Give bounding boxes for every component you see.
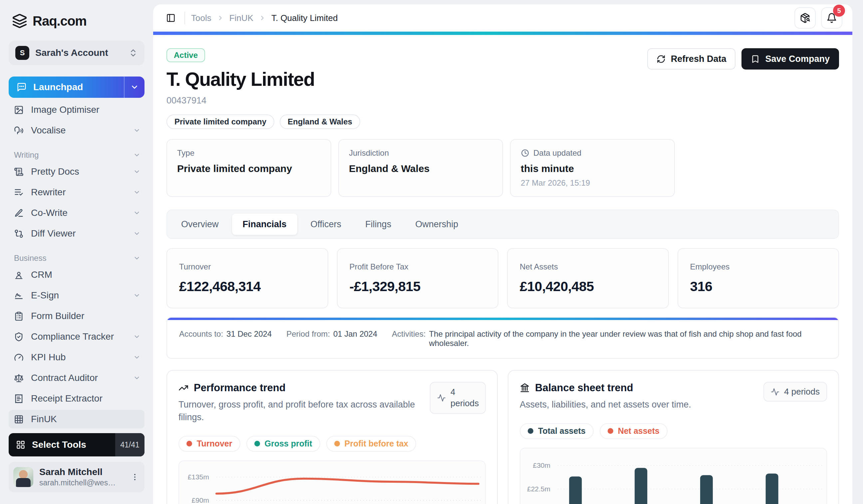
launchpad-button[interactable]: Launchpad bbox=[9, 77, 145, 98]
message-square-icon bbox=[17, 82, 27, 92]
info-card-grid: Type Private limited company Jurisdictio… bbox=[166, 139, 839, 197]
select-tools-label: Select Tools bbox=[32, 439, 86, 450]
sidebar-item-vocalise[interactable]: Vocalise bbox=[9, 121, 145, 140]
chevrons-up-down-icon bbox=[128, 48, 138, 57]
chart-subtitle: Turnover, gross profit, and profit befor… bbox=[178, 399, 418, 424]
account-switcher[interactable]: S Sarah's Account bbox=[9, 41, 145, 65]
metric-label: Employees bbox=[690, 262, 827, 271]
activity-icon bbox=[437, 393, 446, 402]
accounts-value: 01 Jan 2024 bbox=[333, 329, 377, 339]
legend-gross-profit[interactable]: Gross profit bbox=[246, 436, 320, 452]
sidebar-item-finuk[interactable]: FinUK bbox=[9, 410, 145, 428]
launchpad-main[interactable]: Launchpad bbox=[9, 77, 124, 98]
chevron-down-icon bbox=[133, 374, 140, 382]
legend-dot bbox=[186, 441, 192, 447]
user-menu-button[interactable] bbox=[130, 473, 140, 481]
accounts-value: 31 Dec 2024 bbox=[226, 329, 272, 339]
type-info-card: Type Private limited company bbox=[166, 139, 331, 197]
refresh-data-button[interactable]: Refresh Data bbox=[647, 48, 736, 69]
tab-officers[interactable]: Officers bbox=[300, 214, 352, 235]
select-tools-button[interactable]: Select Tools 41/41 bbox=[9, 433, 145, 456]
sidebar-item-kpi-hub[interactable]: KPI Hub bbox=[9, 348, 145, 366]
company-type-chip: Private limited company bbox=[166, 114, 274, 129]
brand: Raq.com bbox=[9, 13, 145, 29]
info-label: Jurisdiction bbox=[349, 148, 389, 158]
sidebar-item-compliance-tracker[interactable]: Compliance Tracker bbox=[9, 327, 145, 346]
section-label: Writing bbox=[14, 150, 133, 160]
launchpad-expand-button[interactable] bbox=[125, 77, 145, 98]
notifications-button[interactable]: 5 bbox=[821, 7, 842, 29]
sidebar-item-image-optimiser[interactable]: Image Optimiser bbox=[9, 101, 145, 119]
user-avatar bbox=[13, 467, 33, 487]
activities-item: Activities: The principal activity of th… bbox=[392, 329, 826, 348]
sidebar-section-business[interactable]: Business bbox=[9, 251, 145, 266]
clock-icon bbox=[521, 149, 529, 157]
legend-label: Net assets bbox=[618, 426, 660, 436]
save-company-button[interactable]: Save Company bbox=[741, 48, 839, 69]
tab-ownership[interactable]: Ownership bbox=[404, 214, 469, 235]
chevron-down-icon bbox=[133, 230, 140, 237]
chevron-down-icon bbox=[133, 127, 140, 134]
signature-icon bbox=[14, 291, 24, 300]
breadcrumb-tools[interactable]: Tools bbox=[191, 13, 211, 23]
periods-badge: 4 periods bbox=[763, 382, 827, 402]
sidebar-section-writing[interactable]: Writing bbox=[9, 148, 145, 162]
sidebar-item-label: Co-Write bbox=[31, 208, 126, 218]
metric-value: -£1,329,815 bbox=[350, 279, 486, 294]
sidebar-item-e-sign[interactable]: E-Sign bbox=[9, 286, 145, 305]
package-search-button[interactable] bbox=[795, 7, 816, 29]
legend-total-assets[interactable]: Total assets bbox=[520, 423, 593, 439]
sidebar-item-label: Diff Viewer bbox=[31, 228, 126, 239]
info-label: Type bbox=[177, 148, 195, 158]
sidebar-item-receipt-extractor[interactable]: Receipt Extractor bbox=[9, 389, 145, 408]
chart-title: Performance trend bbox=[194, 382, 286, 394]
gauge-icon bbox=[14, 353, 24, 362]
tools-count-badge: 41/41 bbox=[115, 433, 145, 456]
breadcrumb-finuk[interactable]: FinUK bbox=[229, 13, 253, 23]
topbar-actions: 5 bbox=[795, 7, 842, 29]
accounts-summary-bar: Accounts to: 31 Dec 2024 Period from: 01… bbox=[166, 317, 839, 359]
topbar: Tools FinUK T. Quality Limited 5 bbox=[153, 4, 852, 31]
page-content: Active T. Quality Limited 00437914 Priva… bbox=[153, 35, 852, 504]
sidebar-item-crm[interactable]: CRM bbox=[9, 266, 145, 284]
info-timestamp: 27 Mar 2026, 15:19 bbox=[521, 178, 664, 188]
tab-filings[interactable]: Filings bbox=[354, 214, 402, 235]
chevron-right-icon bbox=[259, 14, 266, 22]
svg-text:£30m: £30m bbox=[533, 462, 550, 469]
accounts-to-item: Accounts to: 31 Dec 2024 bbox=[179, 329, 272, 339]
periods-label: 4 periods bbox=[784, 387, 820, 397]
landmark-icon bbox=[520, 383, 530, 393]
metric-label: Profit Before Tax bbox=[350, 262, 486, 271]
sidebar-item-co-write[interactable]: Co-Write bbox=[9, 204, 145, 222]
info-value: Private limited company bbox=[177, 163, 321, 174]
account-avatar: S bbox=[15, 46, 29, 60]
accounts-label: Activities: bbox=[392, 329, 425, 339]
sidebar-item-contract-auditor[interactable]: Contract Auditor bbox=[9, 369, 145, 387]
breadcrumb-current: T. Quality Limited bbox=[271, 13, 338, 23]
legend-profit-before-tax[interactable]: Profit before tax bbox=[326, 436, 416, 452]
charts-grid: Performance trend Turnover, gross profit… bbox=[166, 370, 839, 504]
git-compare-icon bbox=[14, 229, 24, 238]
metric-value: £10,420,485 bbox=[520, 279, 656, 294]
tab-financials[interactable]: Financials bbox=[232, 214, 297, 235]
accounts-label: Accounts to: bbox=[179, 329, 223, 339]
balance-legend: Total assets Net assets bbox=[520, 423, 827, 439]
company-number: 00437914 bbox=[166, 95, 360, 106]
legend-net-assets[interactable]: Net assets bbox=[600, 423, 667, 439]
sidebar-item-pretty-docs[interactable]: Pretty Docs bbox=[9, 162, 145, 181]
tab-overview[interactable]: Overview bbox=[171, 214, 229, 235]
sidebar-item-rewriter[interactable]: Rewriter bbox=[9, 183, 145, 202]
list-check-icon bbox=[14, 188, 24, 197]
sidebar-item-label: Pretty Docs bbox=[31, 166, 126, 177]
legend-turnover[interactable]: Turnover bbox=[178, 436, 240, 452]
sidebar-item-diff-viewer[interactable]: Diff Viewer bbox=[9, 224, 145, 243]
user-card[interactable]: Sarah Mitchell sarah.mitchell@westbur... bbox=[9, 462, 145, 492]
sidebar-toggle-button[interactable] bbox=[163, 10, 178, 26]
sidebar-item-label: Compliance Tracker bbox=[31, 331, 126, 342]
sidebar-item-form-builder[interactable]: Form Builder bbox=[9, 307, 145, 325]
period-from-item: Period from: 01 Jan 2024 bbox=[286, 329, 377, 339]
chart-subtitle: Assets, liabilities, and net assets over… bbox=[520, 399, 691, 411]
info-value: this minute bbox=[521, 163, 664, 174]
chevron-down-icon bbox=[133, 209, 140, 217]
legend-dot bbox=[528, 428, 534, 434]
